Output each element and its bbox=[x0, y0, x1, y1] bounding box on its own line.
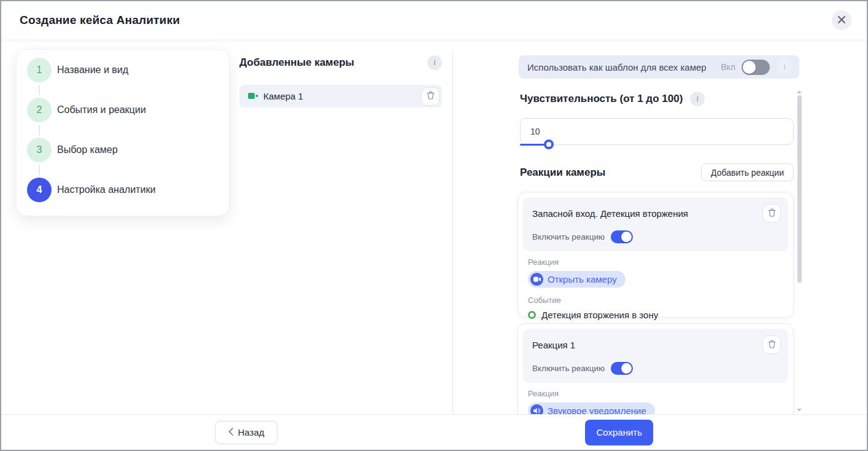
step-label: Выбор камер bbox=[57, 144, 118, 155]
event-name: Детекция вторжения в зону bbox=[541, 310, 658, 320]
close-icon bbox=[837, 15, 846, 26]
delete-reaction-button[interactable] bbox=[762, 204, 781, 222]
open-camera-icon bbox=[530, 273, 543, 286]
back-button-label: Назад bbox=[238, 427, 265, 437]
reaction-card: Реакция 1 Включить реакцию Реакция Звуко… bbox=[517, 323, 794, 422]
toggle-knob bbox=[621, 363, 632, 374]
step-label: Название и вид bbox=[57, 65, 128, 76]
chevron-left-icon bbox=[228, 427, 233, 437]
step-connector bbox=[39, 85, 40, 95]
step-connector bbox=[39, 165, 40, 175]
trash-icon bbox=[427, 91, 435, 101]
added-cameras-title: Добавленные камеры bbox=[239, 57, 354, 69]
info-icon[interactable]: i bbox=[690, 92, 705, 106]
reaction-badge-label: Открыть камеру bbox=[548, 274, 617, 284]
reaction-field-label: Реакция bbox=[528, 389, 783, 398]
reaction-card: Запасной вход. Детекция вторжения Включи… bbox=[517, 192, 794, 318]
info-icon[interactable]: i bbox=[777, 60, 792, 74]
added-cameras-panel: Добавленные камеры i Камера 1 bbox=[239, 55, 442, 108]
trash-icon bbox=[768, 208, 776, 219]
step-connector bbox=[39, 125, 40, 135]
camera-name: Камера 1 bbox=[263, 91, 303, 101]
close-button[interactable] bbox=[832, 10, 851, 30]
scroll-down-arrow-icon[interactable] bbox=[797, 409, 802, 412]
add-reactions-button[interactable]: Добавить реакции bbox=[701, 163, 794, 181]
delete-camera-button[interactable] bbox=[421, 87, 440, 106]
trash-icon bbox=[768, 340, 776, 350]
sensitivity-title: Чувствительность (от 1 до 100) bbox=[520, 93, 683, 105]
stepper-step-camera-select[interactable]: 3 Выбор камер bbox=[27, 138, 217, 162]
template-banner-label: Использовать как шаблон для всех камер bbox=[527, 62, 707, 73]
toggle-knob bbox=[621, 232, 632, 242]
stepper-step-name-type[interactable]: 1 Название и вид bbox=[27, 58, 217, 82]
toggle-state-label: Вкл bbox=[721, 62, 735, 72]
step-number-badge: 1 bbox=[27, 58, 52, 82]
delete-reaction-button[interactable] bbox=[762, 335, 781, 354]
wizard-stepper: 1 Название и вид 2 События и реакции 3 В… bbox=[16, 49, 230, 216]
save-button[interactable]: Сохранить bbox=[585, 420, 653, 445]
reaction-card-title: Запасной вход. Детекция вторжения bbox=[532, 208, 688, 219]
event-status-icon bbox=[528, 311, 536, 319]
reaction-badge[interactable]: Открыть камеру bbox=[528, 271, 626, 288]
sensitivity-slider-handle[interactable] bbox=[544, 139, 554, 149]
enable-reaction-label: Включить реакцию bbox=[532, 364, 605, 373]
enable-reaction-toggle[interactable] bbox=[611, 230, 633, 243]
camera-icon bbox=[248, 91, 258, 102]
back-button[interactable]: Назад bbox=[215, 421, 277, 444]
template-toggle[interactable] bbox=[742, 60, 770, 75]
create-analytics-case-dialog: Создание кейса Аналитики 1 Название и ви… bbox=[0, 0, 868, 451]
enable-reaction-label: Включить реакцию bbox=[532, 232, 605, 241]
dialog-header: Создание кейса Аналитики bbox=[1, 1, 867, 39]
right-panel-scrollbar[interactable] bbox=[797, 90, 802, 414]
enable-reaction-toggle[interactable] bbox=[611, 362, 633, 375]
event-field-label: Событие bbox=[528, 296, 783, 305]
template-banner: Использовать как шаблон для всех камер В… bbox=[519, 55, 799, 79]
sensitivity-field bbox=[520, 118, 794, 145]
toggle-knob bbox=[743, 61, 756, 74]
step-label: События и реакции bbox=[57, 104, 146, 116]
reaction-card-title: Реакция 1 bbox=[532, 340, 575, 350]
reaction-field-label: Реакция bbox=[528, 257, 783, 267]
step-number-badge: 3 bbox=[27, 138, 52, 162]
stepper-step-analytics-settings[interactable]: 4 Настройка аналитики bbox=[27, 178, 217, 202]
column-divider bbox=[452, 50, 453, 414]
step-number-badge: 4 bbox=[27, 178, 52, 202]
camera-list-item[interactable]: Камера 1 bbox=[239, 85, 442, 108]
dialog-footer: Назад Сохранить bbox=[1, 414, 867, 450]
scroll-up-arrow-icon[interactable] bbox=[797, 90, 802, 93]
stepper-step-events-reactions[interactable]: 2 События и реакции bbox=[27, 98, 217, 122]
step-label: Настройка аналитики bbox=[57, 184, 155, 195]
step-number-badge: 2 bbox=[27, 98, 52, 122]
sensitivity-input[interactable] bbox=[520, 118, 794, 145]
scrollbar-thumb[interactable] bbox=[797, 95, 802, 283]
reactions-title: Реакции камеры bbox=[520, 167, 605, 179]
info-icon[interactable]: i bbox=[427, 55, 442, 70]
page-title: Создание кейса Аналитики bbox=[20, 14, 180, 27]
